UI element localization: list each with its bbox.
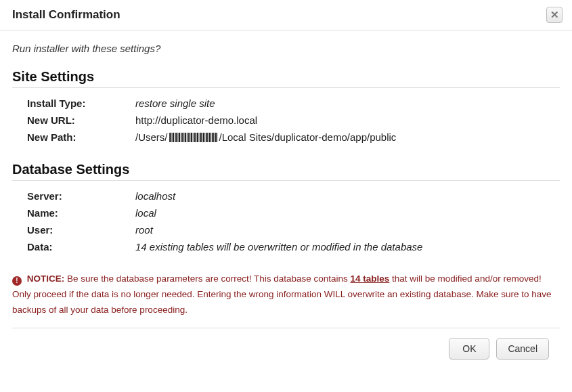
value-install-type: restore single site <box>135 95 572 112</box>
database-settings-table: Server: localhost Name: local User: root… <box>27 188 572 255</box>
path-suffix: /Local Sites/duplicator-demo/app/public <box>219 131 397 143</box>
confirmation-prompt: Run installer with these settings? <box>12 43 560 54</box>
label-new-url: New URL: <box>27 112 135 129</box>
row-new-url: New URL: http://duplicator-demo.local <box>27 112 572 129</box>
ok-button[interactable]: OK <box>449 338 489 360</box>
notice-lead: NOTICE: <box>27 274 65 284</box>
row-new-path: New Path: /Users//Local Sites/duplicator… <box>27 129 572 146</box>
value-db-server: localhost <box>135 188 572 204</box>
warning-notice: ! NOTICE: Be sure the database parameter… <box>12 271 560 328</box>
label-db-server: Server: <box>27 188 135 204</box>
row-db-data: Data: 14 existing tables will be overwri… <box>27 238 572 255</box>
value-db-name: local <box>135 204 572 221</box>
value-new-path: /Users//Local Sites/duplicator-demo/app/… <box>135 129 572 146</box>
cancel-button[interactable]: Cancel <box>496 338 549 360</box>
notice-text-1: Be sure the database parameters are corr… <box>64 274 350 284</box>
value-db-user: root <box>135 221 572 238</box>
site-settings-heading: Site Settings <box>12 69 560 88</box>
path-prefix: /Users/ <box>135 131 168 143</box>
row-db-user: User: root <box>27 221 572 238</box>
site-settings-table: Install Type: restore single site New UR… <box>27 95 572 146</box>
label-new-path: New Path: <box>27 129 135 146</box>
dialog-buttons: OK Cancel <box>12 328 560 360</box>
label-db-user: User: <box>27 221 135 238</box>
row-install-type: Install Type: restore single site <box>27 95 572 112</box>
redacted-username <box>169 133 218 142</box>
close-button[interactable]: ✕ <box>546 7 563 23</box>
value-new-url: http://duplicator-demo.local <box>135 112 572 129</box>
label-install-type: Install Type: <box>27 95 135 112</box>
label-db-data: Data: <box>27 238 135 255</box>
database-settings-section: Database Settings Server: localhost Name… <box>12 162 560 255</box>
value-db-data: 14 existing tables will be overwritten o… <box>135 238 572 255</box>
label-db-name: Name: <box>27 204 135 221</box>
dialog-title: Install Confirmation <box>12 8 120 22</box>
dialog-header: Install Confirmation ✕ <box>0 0 572 30</box>
warning-icon: ! <box>12 276 22 286</box>
dialog-content: Run installer with these settings? Site … <box>0 30 572 360</box>
row-db-name: Name: local <box>27 204 572 221</box>
database-settings-heading: Database Settings <box>12 162 560 181</box>
row-db-server: Server: localhost <box>27 188 572 204</box>
site-settings-section: Site Settings Install Type: restore sing… <box>12 69 560 146</box>
tables-link[interactable]: 14 tables <box>351 274 390 284</box>
close-icon: ✕ <box>550 9 559 21</box>
